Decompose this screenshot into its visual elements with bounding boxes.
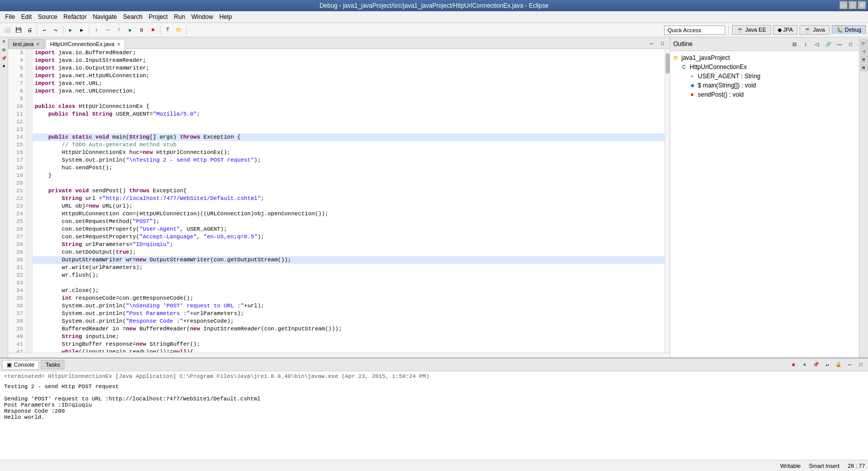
tab-maximize[interactable]: □ bbox=[657, 38, 668, 49]
console-tab-bar: ▣ Console Tasks ■ ✕ 📌 ↵ 🔒 — □ bbox=[0, 358, 868, 371]
breakpoint-col bbox=[27, 49, 33, 57]
right-icon-4[interactable]: ⊠ bbox=[860, 64, 867, 71]
menu-refactor[interactable]: Refactor bbox=[60, 12, 89, 21]
outline-item-project[interactable]: 📁 java1_javaProject bbox=[672, 53, 857, 62]
outline-item-field[interactable]: ● USER_AGENT : String bbox=[672, 72, 857, 81]
line-number: 29 bbox=[8, 249, 27, 256]
tab-test-java[interactable]: test.java ✕ bbox=[8, 39, 44, 49]
open-resource-button[interactable]: 📁 bbox=[174, 25, 184, 35]
breakpoint-col bbox=[27, 141, 33, 149]
menu-navigate[interactable]: Navigate bbox=[89, 12, 120, 21]
console-maximize[interactable]: □ bbox=[856, 360, 866, 370]
outline-link[interactable]: 🔗 bbox=[823, 39, 833, 49]
outline-sort[interactable]: ↕ bbox=[801, 39, 811, 49]
code-table[interactable]: 3import java.io.BufferedReader;4import j… bbox=[8, 49, 665, 352]
scrollbar-thumb[interactable] bbox=[666, 53, 670, 74]
perspective-java[interactable]: ☕ Java bbox=[800, 25, 829, 35]
breakpoint-col bbox=[27, 287, 33, 295]
toolbar-sep-1 bbox=[37, 26, 37, 35]
step-into-button[interactable]: ↓ bbox=[92, 25, 102, 35]
console-minimize[interactable]: — bbox=[844, 360, 855, 370]
outline-item-sendpost[interactable]: ■ sendPost() : void bbox=[672, 90, 857, 99]
open-type-button[interactable]: T bbox=[163, 25, 173, 35]
code-line-38: 38 System.out.println("Response Code :"+… bbox=[8, 318, 665, 325]
resume-button[interactable]: ▶ bbox=[125, 25, 135, 35]
sync-icon[interactable]: ⟳ bbox=[1, 47, 8, 54]
vertical-scrollbar[interactable] bbox=[665, 49, 670, 352]
debug-button[interactable]: ▶ bbox=[65, 25, 76, 35]
menu-run[interactable]: Run bbox=[171, 12, 188, 21]
quick-access-box[interactable]: Quick Access bbox=[664, 26, 725, 35]
console-tab-tasks[interactable]: Tasks bbox=[41, 360, 64, 369]
perspective-javaee[interactable]: ☕ Java EE bbox=[732, 25, 771, 35]
title-text: Debug - java1_javaProject/src/java1_java… bbox=[319, 2, 549, 9]
minimize-button[interactable]: — bbox=[839, 1, 848, 9]
tab-httpurl-close[interactable]: ✕ bbox=[117, 41, 121, 47]
pin-icon[interactable]: 📌 bbox=[1, 55, 8, 62]
outline-minimize[interactable]: — bbox=[834, 39, 844, 49]
breakpoint-icon[interactable]: ● bbox=[1, 63, 8, 70]
menu-project[interactable]: Project bbox=[146, 12, 171, 21]
code-line-19: 19 } bbox=[8, 172, 665, 180]
menu-file[interactable]: File bbox=[2, 12, 18, 21]
undo-button[interactable]: ↩ bbox=[39, 25, 50, 35]
right-icon-3[interactable]: ⊞ bbox=[860, 56, 867, 63]
menu-help[interactable]: Help bbox=[216, 12, 235, 21]
right-icon-2[interactable]: ◁ bbox=[860, 48, 867, 55]
outline-item-class[interactable]: C HttpUrlConnectionEx bbox=[672, 62, 857, 72]
code-line-18: 18 huc.sendPost(); bbox=[8, 164, 665, 172]
outline-item-main[interactable]: ◆ $ main(String[]) : void bbox=[672, 81, 857, 90]
print-button[interactable]: 🖨 bbox=[25, 25, 35, 35]
outline-hide[interactable]: ◁ bbox=[812, 39, 822, 49]
restore-icon[interactable]: ≡ bbox=[1, 38, 8, 46]
code-line-32: 32 wr.flush(); bbox=[8, 272, 665, 279]
line-content: public class HttpUrlConnectionEx { bbox=[33, 103, 665, 110]
line-content: while((inputLine=in.readLine())!=null){ bbox=[33, 348, 665, 352]
console-pin[interactable]: 📌 bbox=[811, 360, 821, 370]
console-scroll-lock[interactable]: 🔒 bbox=[833, 360, 843, 370]
maximize-button[interactable]: □ bbox=[849, 1, 857, 9]
outline-class-label: HttpUrlConnectionEx bbox=[690, 63, 747, 71]
code-line-24: 24 HttpURLConnection con=(HttpURLConnect… bbox=[8, 210, 665, 218]
run-button[interactable]: ▶ bbox=[77, 25, 87, 35]
tab-test-java-close[interactable]: ✕ bbox=[36, 41, 40, 47]
menu-window[interactable]: Window bbox=[188, 12, 216, 21]
line-content bbox=[33, 95, 665, 103]
step-return-button[interactable]: ↑ bbox=[114, 25, 124, 35]
close-button[interactable]: ✕ bbox=[858, 1, 866, 9]
console-close[interactable]: ✕ bbox=[800, 360, 810, 370]
menu-edit[interactable]: Edit bbox=[18, 12, 35, 21]
line-content: import java.net.URL; bbox=[33, 80, 665, 87]
line-number: 27 bbox=[8, 233, 27, 241]
console-icon: ▣ bbox=[7, 362, 12, 368]
perspective-debug[interactable]: 🐛 Debug bbox=[832, 25, 866, 35]
terminate-button[interactable]: ■ bbox=[148, 25, 158, 35]
console-tab-console[interactable]: ▣ Console bbox=[2, 360, 39, 370]
line-content: public final String USER_AGENT="Mozilla/… bbox=[33, 110, 665, 118]
tasks-tab-label: Tasks bbox=[45, 362, 60, 368]
horizontal-scrollbar[interactable] bbox=[8, 352, 670, 357]
redo-button[interactable]: ↪ bbox=[51, 25, 61, 35]
step-over-button[interactable]: → bbox=[103, 25, 113, 35]
console-clear[interactable]: ■ bbox=[788, 360, 798, 370]
suspend-button[interactable]: ⏸ bbox=[136, 25, 147, 35]
outline-panel: Outline ⊟ ↕ ◁ 🔗 — □ 📁 java1_javaProject bbox=[670, 37, 859, 357]
new-button[interactable]: ⬜ bbox=[2, 25, 12, 35]
perspective-jpa[interactable]: ◆ JPA bbox=[773, 25, 797, 35]
toolbar-sep-4 bbox=[160, 26, 161, 35]
right-icon-1[interactable]: ▷ bbox=[860, 39, 867, 47]
outline-maximize[interactable]: □ bbox=[846, 39, 856, 49]
save-button[interactable]: 💾 bbox=[13, 25, 24, 35]
project-icon: 📁 bbox=[672, 54, 679, 61]
menu-source[interactable]: Source bbox=[35, 12, 60, 21]
editor-plus-outline: ≡ ⟳ 📌 ● test.java ✕ HttpUrlConnectionEx.… bbox=[0, 37, 868, 357]
menu-search[interactable]: Search bbox=[120, 12, 146, 21]
console-word-wrap[interactable]: ↵ bbox=[822, 360, 832, 370]
breakpoint-col bbox=[27, 72, 33, 80]
outline-collapse[interactable]: ⊟ bbox=[789, 39, 800, 49]
left-gutter: ≡ ⟳ 📌 ● bbox=[0, 37, 8, 357]
tab-minimize[interactable]: — bbox=[646, 38, 656, 49]
console-toolbar: ■ ✕ 📌 ↵ 🔒 — □ bbox=[788, 360, 866, 370]
code-line-29: 29 con.setDoOutput(true); bbox=[8, 249, 665, 256]
tab-httpurl[interactable]: HttpUrlConnectionEx.java ✕ bbox=[45, 39, 125, 49]
